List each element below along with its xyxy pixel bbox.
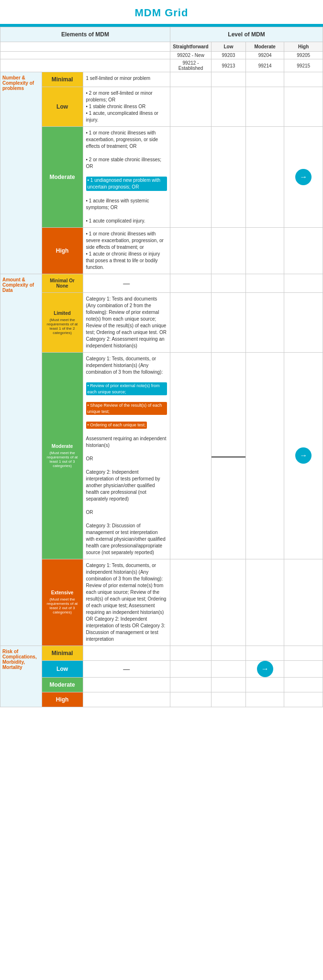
code-low-est: 99213	[211, 59, 245, 72]
level-high-problems: High	[42, 228, 83, 274]
level-moderate-risk: Moderate	[42, 677, 83, 692]
level-low: Low	[42, 87, 83, 127]
highlight-shape-review: • Shape Review of the result(s) of each …	[86, 402, 167, 415]
desc-extensive: Category 1: Tests, documents, or indepen…	[83, 559, 170, 646]
section-risk: Risk of Complications, Morbidity, Mortal…	[0, 646, 42, 707]
desc-moderate: • 1 or more chronic illnesses with exace…	[83, 127, 170, 228]
code-high-new: 99205	[284, 52, 323, 59]
level-limited: Limited (Must meet the requirements of a…	[42, 293, 83, 353]
arrow-icon-low-risk[interactable]: →	[257, 661, 273, 677]
desc-high: • 1 or more chronic illnesses with sever…	[83, 228, 170, 274]
section-number-complexity: Number & Complexity of problems	[0, 72, 42, 274]
highlight-review: • Review of prior external note(s) from …	[86, 382, 167, 395]
code-high-est: 99215	[284, 59, 323, 72]
highlight-ordering: • Ordering of each unique test;	[86, 422, 147, 429]
level-high-risk: High	[42, 692, 83, 707]
level-minimal-none: Minimal Or None	[42, 274, 83, 293]
highlight-moderate: • 1 undiagnosed new problem with uncerta…	[86, 177, 167, 191]
arrow-moderate-data[interactable]: →	[284, 353, 323, 559]
desc-low-risk: —	[83, 660, 170, 677]
elements-header: Elements of MDM	[0, 27, 170, 42]
col-sf-header: Straightforward	[170, 42, 212, 52]
page-title: MDM Grid	[0, 0, 323, 24]
level-moderate: Moderate	[42, 127, 83, 228]
desc-low: • 2 or more self-limited or minor proble…	[83, 87, 170, 127]
code-mod-new: 99204	[245, 52, 284, 59]
arrow-icon-moderate-data[interactable]: →	[295, 447, 312, 464]
desc-moderate-data: Category 1: Tests, documents, or indepen…	[83, 353, 170, 559]
code-low-new: 99203	[211, 52, 245, 59]
level-moderate-data: Moderate (Must meet the requirements of …	[42, 353, 83, 559]
level-low-risk: Low	[42, 660, 83, 677]
level-limited-sub: (Must meet the requirements of at least …	[44, 318, 81, 335]
level-minimal: Minimal	[42, 72, 83, 87]
level-header: Level of MDM	[170, 27, 323, 42]
desc-minimal: 1 self-limited or minor problem	[83, 72, 170, 87]
arrow-moderate-problems[interactable]: →	[284, 127, 323, 228]
col-mod-header: Moderate	[245, 42, 284, 52]
section-amount-complexity: Amount & Complexity of Data	[0, 274, 42, 646]
arrow-icon-moderate-problems[interactable]: →	[295, 169, 312, 185]
level-extensive-sub: (Must meet the requirements of at least …	[44, 597, 81, 614]
level-extensive: Extensive (Must meet the requirements of…	[42, 559, 83, 646]
desc-limited: Category 1: Tests and documents (Any com…	[83, 293, 170, 353]
code-mod-est: 99214	[245, 59, 284, 72]
col-low-header: Low	[211, 42, 245, 52]
level-moderate-data-sub: (Must meet the requirements of at least …	[44, 451, 81, 468]
code-sf-est: 99212 -Established	[170, 59, 212, 72]
level-minimal-risk: Minimal	[42, 646, 83, 660]
desc-minimal-data: —	[83, 274, 170, 293]
code-sf-new: 99202 - New	[170, 52, 212, 59]
col-high-header: High	[284, 42, 323, 52]
line-through-moderate-data	[211, 353, 245, 559]
arrow-low-risk[interactable]: →	[245, 660, 284, 677]
mdm-grid: Elements of MDM Level of MDM Straightfor…	[0, 27, 323, 707]
